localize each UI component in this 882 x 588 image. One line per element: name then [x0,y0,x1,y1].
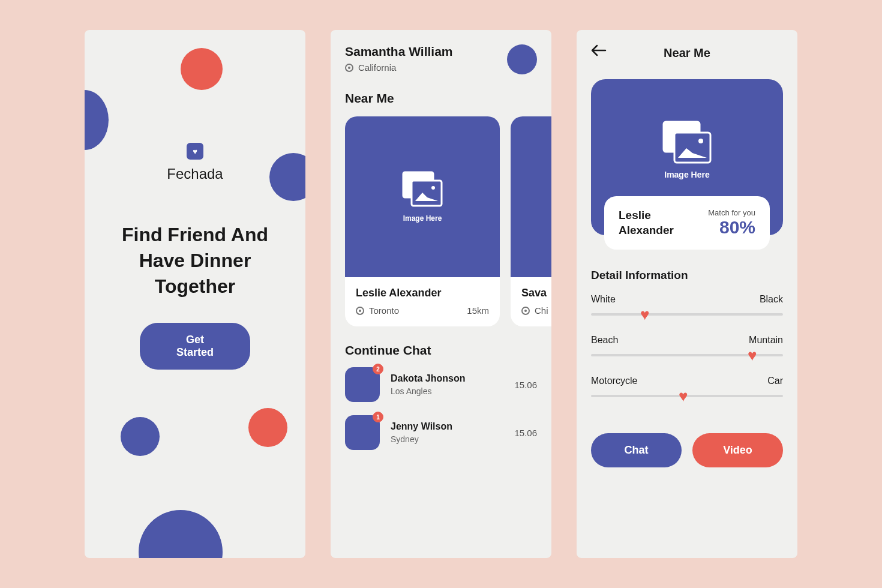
unread-badge: 2 [373,364,383,374]
decor-dot [139,510,223,558]
preference-slider[interactable]: Motorcycle Car ♥ [591,376,783,397]
svg-rect-1 [412,181,442,206]
match-box: Leslie Alexander Match for you 80% [604,196,770,250]
profile-card[interactable]: Image Here Leslie Alexander Toronto 15km [345,116,500,326]
match-label: Match for you [708,208,755,217]
get-started-button[interactable]: Get Started [140,323,250,370]
decor-dot [85,90,109,150]
user-name: Samantha William [345,44,453,59]
svg-rect-4 [674,133,710,163]
unread-badge: 1 [373,412,383,422]
heart-icon[interactable]: ♥ [679,388,688,404]
match-percentage: 80% [708,217,755,238]
home-screen: Samantha William California Near Me Imag… [331,30,551,558]
card-city: Chi [535,305,548,316]
slider-right-label: Muntain [749,335,783,346]
preference-slider[interactable]: Beach Muntain ♥ [591,335,783,356]
chat-location: Sydney [391,434,503,444]
slider-left-label: White [591,294,616,305]
image-placeholder-icon [661,121,713,165]
preference-slider[interactable]: White Black ♥ [591,294,783,316]
heart-icon: ♥ [193,148,197,155]
chat-item[interactable]: 1 Jenny Wilson Sydney 15.06 [345,415,537,450]
card-name: Leslie Alexander [356,287,489,299]
decor-dot [181,48,223,90]
card-city: Toronto [369,305,399,316]
video-button[interactable]: Video [692,433,783,467]
profile-card[interactable]: Sava Chi [511,116,551,326]
match-name: Leslie Alexander [619,208,691,238]
location-icon [345,64,353,72]
slider-left-label: Beach [591,335,618,346]
placeholder-label: Image Here [664,170,709,179]
chat-time: 15.06 [514,428,537,438]
user-location: California [358,62,396,73]
chat-name: Dakota Jhonson [391,373,503,384]
decor-dot [121,417,160,456]
slider-right-label: Car [767,376,783,386]
svg-point-2 [431,186,435,190]
slider-left-label: Motorcycle [591,376,637,386]
near-me-cards[interactable]: Image Here Leslie Alexander Toronto 15km… [345,116,551,326]
heart-icon[interactable]: ♥ [640,307,649,322]
detail-info-title: Detail Information [591,269,783,282]
chat-name: Jenny Wilson [391,421,503,432]
continue-chat-title: Continue Chat [345,343,537,358]
chat-time: 15.06 [514,380,537,390]
detail-screen: Near Me Image Here Leslie Alexander Matc… [577,30,797,558]
near-me-title: Near Me [345,91,537,106]
avatar[interactable] [507,44,537,74]
heart-icon[interactable]: ♥ [748,347,757,363]
page-title: Near Me [664,46,710,60]
slider-right-label: Black [760,294,783,305]
arrow-left-icon [591,44,607,56]
back-button[interactable] [591,44,607,59]
chat-button[interactable]: Chat [591,433,682,467]
logo-icon: ♥ [187,143,203,160]
chat-item[interactable]: 2 Dakota Jhonson Los Angles 15.06 [345,367,537,402]
card-distance: 15km [467,305,489,316]
onboarding-screen: ♥ Fechada Find Friend And Have Dinner To… [85,30,305,558]
location-icon [521,307,530,315]
headline: Find Friend And Have Dinner Together [85,222,305,300]
image-placeholder-icon [401,171,444,208]
decor-dot [248,408,287,447]
location-icon [356,307,364,315]
card-name: Sava [521,287,551,299]
chat-location: Los Angles [391,386,503,396]
placeholder-label: Image Here [403,214,442,223]
app-name: Fechada [85,166,305,182]
svg-point-5 [698,139,703,143]
